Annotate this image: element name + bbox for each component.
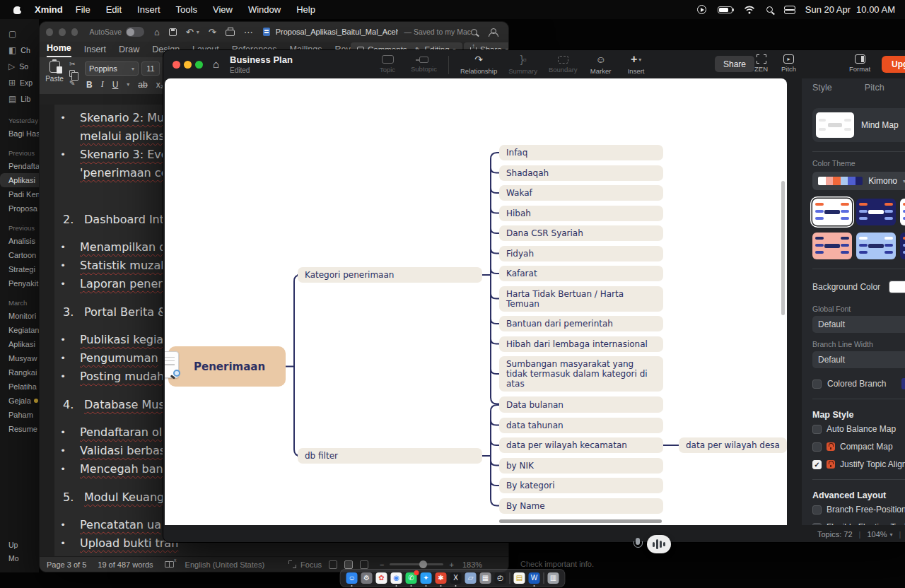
structure-card[interactable]: Mind Map xyxy=(812,108,905,142)
mindmap-topic[interactable]: Shadaqah xyxy=(499,165,663,181)
sidebar-footer-item[interactable]: Mo xyxy=(8,554,19,563)
mindmap-topic[interactable]: Harta Tidak Bertuan / Harta Temuan xyxy=(499,286,663,312)
pitch-button[interactable]: ▸ Pitch xyxy=(781,54,796,73)
menu-app-name[interactable]: Xmind xyxy=(35,4,63,15)
zoom-in-button[interactable]: + xyxy=(449,560,453,569)
sidebar-item[interactable]: Kegiatan xyxy=(0,323,39,337)
panel-tab-pitch[interactable]: Pitch xyxy=(865,83,884,101)
mindmap-topic[interactable]: Data bulanan xyxy=(499,397,663,413)
sidebar-item[interactable]: Paham xyxy=(0,408,39,422)
global-font-select[interactable]: Default xyxy=(812,316,905,333)
dock-app-system-settings[interactable]: ⚙ xyxy=(361,572,373,584)
xmind-tool-subtopic[interactable]: Subtopic xyxy=(411,54,437,73)
dock-app-x-app[interactable]: X xyxy=(450,572,462,584)
sidebar-item[interactable]: Penyakit xyxy=(0,276,39,290)
print-layout-button[interactable] xyxy=(344,560,353,569)
more-icon[interactable]: ⋯ xyxy=(244,27,253,37)
print-icon[interactable] xyxy=(226,30,235,36)
sidebar-nav-item[interactable]: ▢ xyxy=(8,29,39,39)
language-indicator[interactable]: English (United States) xyxy=(185,560,265,569)
sidebar-nav-item[interactable]: ⊞Exp xyxy=(8,78,39,88)
dock-app-safari[interactable]: ✦ xyxy=(421,572,432,584)
mindmap-topic[interactable]: Wakaf xyxy=(499,185,663,201)
read-mode-button[interactable] xyxy=(329,560,337,569)
sidebar-item[interactable]: Pelatiha xyxy=(0,380,39,394)
window-close-button[interactable] xyxy=(173,61,180,69)
save-icon[interactable] xyxy=(169,28,177,36)
sidebar-item[interactable]: Aplikasi xyxy=(0,337,39,351)
color-theme-select[interactable]: Kimono ▾ xyxy=(812,172,905,190)
copy-icon[interactable] xyxy=(69,70,75,77)
mindmap-topic[interactable]: By kategori xyxy=(499,478,663,493)
mindmap-topic[interactable]: data per wilayah desa xyxy=(679,437,787,453)
horizontal-scrollbar[interactable] xyxy=(499,519,662,523)
zoom-out-button[interactable]: − xyxy=(380,560,384,569)
xmind-tool-summary[interactable]: }▫Summary xyxy=(508,54,537,75)
window-zoom-button[interactable] xyxy=(195,61,203,69)
screen-record-icon[interactable] xyxy=(697,5,706,14)
sidebar-nav-item[interactable]: ▤Lib xyxy=(8,94,39,104)
theme-thumbnail[interactable] xyxy=(812,233,852,259)
sidebar-item[interactable]: Strategi xyxy=(0,262,39,276)
format-bold-button[interactable]: B xyxy=(86,80,93,90)
ribbon-tab-home[interactable]: Home xyxy=(47,43,71,57)
window-minimize-button[interactable] xyxy=(184,61,192,69)
microphone-icon[interactable] xyxy=(631,536,644,554)
mindmap-topic[interactable]: Kategori penerimaan xyxy=(298,267,482,283)
mindmap-topic[interactable]: Hibah xyxy=(499,206,663,221)
dock-app-folder[interactable]: ▱ xyxy=(465,572,477,584)
xmind-tool-topic[interactable]: Topic xyxy=(375,54,399,74)
dock-app-clock-app[interactable]: ◴ xyxy=(495,572,506,584)
xmind-tool-insert[interactable]: +▾Insert xyxy=(624,54,648,75)
dock-app-whatsapp[interactable]: ✆ xyxy=(406,572,417,584)
colored-branch-swatch[interactable] xyxy=(901,378,905,389)
dock-app-chrome[interactable]: ◉ xyxy=(391,572,402,584)
menu-item-window[interactable]: Window xyxy=(248,4,281,15)
zen-button[interactable]: ZEN xyxy=(754,54,768,73)
format-chevron-button[interactable]: ▾ xyxy=(127,81,129,88)
word-count[interactable]: 19 of 487 words xyxy=(98,560,153,569)
dock-app-keynote-app[interactable]: ▦ xyxy=(480,572,491,584)
focus-label[interactable]: Focus xyxy=(300,560,322,569)
sidebar-nav-item[interactable]: ▷So xyxy=(8,61,39,71)
format-strike-button[interactable]: ab xyxy=(138,80,147,90)
mindmap-topic[interactable]: Infaq xyxy=(499,145,663,160)
ribbon-tab-draw[interactable]: Draw xyxy=(119,45,139,57)
zoom-slider[interactable] xyxy=(390,563,443,565)
autosave-toggle[interactable] xyxy=(126,27,144,37)
search-icon[interactable] xyxy=(471,29,477,35)
dock-app-word[interactable]: W xyxy=(529,572,540,584)
undo-icon[interactable]: ↶ xyxy=(186,27,194,37)
theme-thumbnail[interactable] xyxy=(856,199,896,225)
page-indicator[interactable]: Page 3 of 5 xyxy=(47,560,86,569)
sidebar-item[interactable]: Cartoon xyxy=(0,248,39,262)
theme-thumbnail[interactable] xyxy=(900,199,905,225)
dock-app-pdf-app[interactable]: ✱ xyxy=(436,572,447,584)
autosave-control[interactable]: AutoSave xyxy=(89,27,144,37)
mindmap-topic[interactable]: Fidyah xyxy=(499,246,663,261)
mindmap-topic[interactable]: Bantuan dari pemerintah xyxy=(499,316,663,331)
dock-app-finder[interactable]: ☺ xyxy=(346,572,358,584)
checkbox[interactable] xyxy=(812,425,822,434)
menu-clock[interactable]: Sun 20 Apr 10.00 AM xyxy=(805,4,895,15)
dock-app-trash[interactable]: ▥ xyxy=(548,572,559,584)
ribbon-tab-insert[interactable]: Insert xyxy=(84,45,106,57)
chevron-down-icon[interactable]: ▾ xyxy=(890,531,893,538)
window-close-button[interactable] xyxy=(46,28,53,36)
redo-icon[interactable]: ↷ xyxy=(209,27,216,37)
font-name-select[interactable]: Poppins ▾ xyxy=(85,61,139,76)
sidebar-item[interactable]: Musyaw xyxy=(0,351,39,365)
dock-app-notes[interactable]: ▤ xyxy=(514,572,525,584)
mindmap-topic[interactable]: by NIK xyxy=(499,458,663,474)
dock-app-photos[interactable]: ✿ xyxy=(376,572,387,584)
theme-thumbnail[interactable] xyxy=(812,199,852,225)
zoom-slider-knob[interactable] xyxy=(419,560,427,568)
document-title[interactable]: Proposal_Aplikasi_Baitul_Mal_Aceh_Barat … xyxy=(276,28,399,36)
share-profile-icon[interactable] xyxy=(489,28,497,36)
sidebar-item[interactable]: Padi Ken xyxy=(0,187,39,201)
web-layout-button[interactable] xyxy=(360,560,368,569)
cut-icon[interactable]: ✂ xyxy=(69,60,75,68)
xmind-tool-marker[interactable]: ☺Marker xyxy=(589,54,613,75)
wifi-icon[interactable] xyxy=(744,6,755,14)
apple-menu-icon[interactable] xyxy=(13,5,22,14)
